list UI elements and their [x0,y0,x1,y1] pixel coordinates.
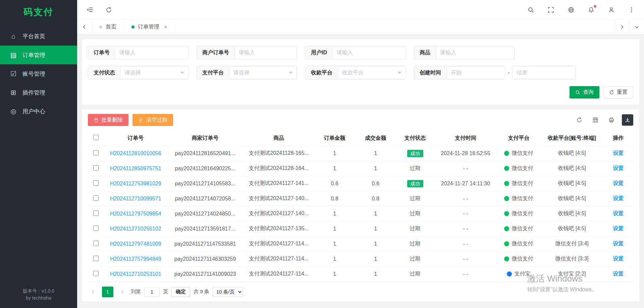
columns-icon[interactable] [590,114,601,126]
settings-link[interactable]: 设置 [613,180,624,186]
sidebar-item[interactable]: ☑ 账号管理 [0,64,77,83]
row-checkbox[interactable] [93,226,99,231]
goto-confirm-button[interactable]: 确定 [171,287,190,297]
order-no-link[interactable]: H2024112797481009 [110,241,161,247]
collapse-menu-icon[interactable] [85,5,95,14]
user-icon[interactable] [606,5,616,14]
filter-select[interactable]: 收款平台 [338,66,406,79]
order-amount: 1 [314,221,355,236]
tabs-scroll-right-icon[interactable] [614,20,629,34]
row-checkbox[interactable] [93,241,99,246]
more-icon[interactable] [627,5,636,14]
batch-delete-button[interactable]: 批量删除 [88,114,128,126]
merchant-order-no: pay202411271141009023 [167,266,244,282]
goto-page-input[interactable] [144,287,160,297]
filter-label: 用户ID [306,46,333,59]
end-date-input[interactable] [512,66,576,79]
row-checkbox[interactable] [93,210,99,216]
settings-link[interactable]: 设置 [613,271,624,276]
export-icon[interactable] [622,114,633,126]
page-size-select[interactable]: 10 条/页 [213,287,243,297]
tab-item[interactable]: 订单管理 × [124,20,175,34]
filter-select[interactable]: 请选择 [121,66,188,79]
settings-link[interactable]: 设置 [613,226,624,231]
filter-label: 订单号 [88,46,115,59]
paid-amount: 1 [355,221,396,236]
print-icon[interactable] [606,114,617,126]
row-checkbox[interactable] [93,165,99,171]
order-no-link[interactable]: H2024112850975751 [110,166,161,171]
language-icon[interactable] [566,5,576,14]
order-amount: 1 [314,161,355,176]
close-tab-icon[interactable]: × [164,24,167,30]
row-checkbox[interactable] [93,150,99,156]
search-button[interactable]: 查询 [570,86,599,99]
settings-link[interactable]: 设置 [613,210,624,216]
receiver-platform: 微信支付 [3:3] [541,251,603,266]
table-row: H2024112797509854 pay2024112714024850...… [88,206,633,221]
order-no-link[interactable]: H2024112810010056 [110,150,161,156]
row-checkbox[interactable] [93,180,99,186]
status-text: 过期 [410,226,421,231]
settings-link[interactable]: 设置 [613,241,624,246]
receiver-platform: 收钱吧 [4:5] [541,161,603,176]
settings-link[interactable]: 设置 [613,150,624,156]
sidebar-item[interactable]: ⊞ 插件管理 [0,83,77,102]
order-no-link[interactable]: H2024112710255102 [110,226,161,232]
filter-text-input[interactable] [333,46,406,59]
pagination: 1 到第 页 确定 共 9 条 10 条/页 [88,287,633,297]
refresh-table-icon[interactable] [574,114,585,126]
paid-amount: 1 [355,206,396,221]
tabs-menu-icon[interactable] [629,20,644,34]
sidebar-item[interactable]: ◎ 用户中心 [0,102,77,121]
product-name: 支付测试20241127-114... [243,266,314,282]
status-text: 过期 [410,271,421,276]
prev-page-icon[interactable] [88,287,99,297]
settings-link[interactable]: 设置 [613,195,624,201]
notifications-icon[interactable] [586,5,596,14]
column-header: 支付平台 [497,131,540,146]
reset-button[interactable]: 重置 [603,86,633,99]
tabs-scroll-left-icon[interactable] [77,20,92,34]
order-no-link[interactable]: H2024112757994849 [110,256,161,262]
date-separator: - [508,70,509,76]
pay-time: - - [434,236,497,251]
order-no-link[interactable]: H2024112710099571 [110,196,161,201]
order-no-link[interactable]: H2024112753981029 [110,181,161,186]
paid-amount: 1 [355,146,396,161]
sidebar-item[interactable]: ▤ 订单管理 [0,46,77,64]
settings-link[interactable]: 设置 [613,256,624,261]
filter-text-input[interactable] [235,46,297,59]
start-date-input[interactable] [447,66,505,79]
filter-text-input[interactable] [115,46,188,59]
settings-link[interactable]: 设置 [613,165,624,171]
search-icon[interactable] [526,5,535,14]
column-header: 支付时间 [434,131,497,146]
total-count: 共 9 条 [194,289,209,295]
order-no-link[interactable]: H2024112797509854 [110,211,161,217]
clear-expired-button[interactable]: 清空过期 [132,114,173,126]
row-checkbox[interactable] [93,256,99,261]
next-page-icon[interactable] [117,287,127,297]
filter-label: 支付平台 [197,66,229,79]
filter-text-input[interactable] [436,46,514,59]
current-page[interactable]: 1 [102,287,113,297]
table-row: H2024112710253101 pay202411271141009023 … [88,266,633,282]
pay-platform: 微信支付 [497,236,540,251]
wechat-pay-icon [504,241,509,246]
filter-select[interactable]: 请选择 [229,66,297,79]
fullscreen-icon[interactable] [546,5,555,14]
select-all-checkbox[interactable] [93,135,99,140]
sidebar-item[interactable]: ⌂ 平台首页 [0,27,77,46]
product-name: 支付测试20241127-114... [243,251,314,266]
row-checkbox[interactable] [93,271,99,276]
paid-amount: 0.8 [355,191,396,206]
order-no-link[interactable]: H2024112710253101 [110,271,161,277]
refresh-icon[interactable] [104,5,113,14]
product-name: 支付测试20241127-140... [243,206,314,221]
tab-item[interactable]: 首页 [92,20,124,34]
goto-suffix: 页 [163,289,168,295]
reset-icon [609,90,614,95]
row-checkbox[interactable] [93,195,99,201]
app-logo: 码支付 [0,0,77,24]
